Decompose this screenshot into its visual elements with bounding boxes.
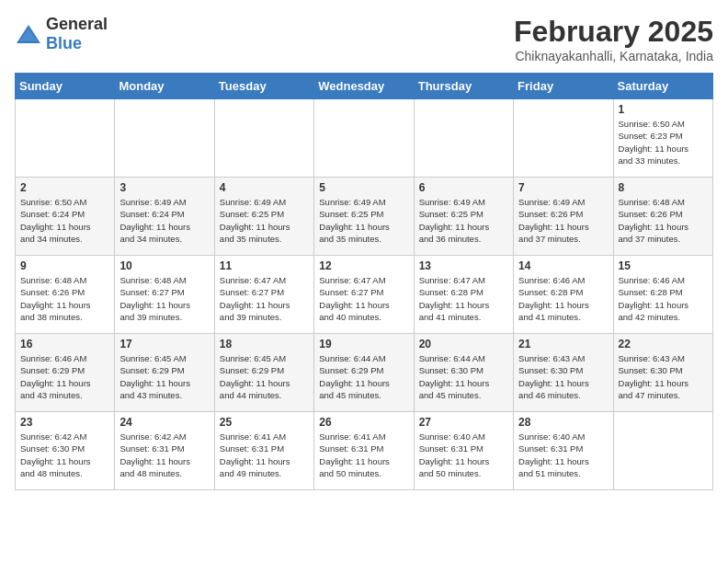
day-info: Sunrise: 6:45 AM Sunset: 6:29 PM Dayligh…	[119, 352, 209, 401]
calendar-cell: 7Sunrise: 6:49 AM Sunset: 6:26 PM Daylig…	[514, 178, 613, 256]
day-info: Sunrise: 6:42 AM Sunset: 6:30 PM Dayligh…	[20, 431, 109, 479]
calendar-cell: 10Sunrise: 6:48 AM Sunset: 6:27 PM Dayli…	[115, 256, 214, 334]
day-number: 23	[20, 416, 109, 429]
day-info: Sunrise: 6:47 AM Sunset: 6:27 PM Dayligh…	[220, 274, 309, 323]
day-number: 18	[220, 338, 309, 350]
day-info: Sunrise: 6:49 AM Sunset: 6:26 PM Dayligh…	[518, 196, 608, 245]
day-info: Sunrise: 6:50 AM Sunset: 6:23 PM Dayligh…	[619, 118, 708, 167]
calendar-cell: 14Sunrise: 6:46 AM Sunset: 6:28 PM Dayli…	[514, 256, 613, 334]
calendar-title: February 2025	[514, 15, 713, 49]
logo-general: General	[46, 15, 108, 33]
calendar-cell: 15Sunrise: 6:46 AM Sunset: 6:28 PM Dayli…	[613, 256, 712, 334]
day-number: 2	[20, 181, 109, 194]
logo-blue: Blue	[46, 34, 82, 52]
day-info: Sunrise: 6:41 AM Sunset: 6:31 PM Dayligh…	[319, 431, 408, 479]
day-info: Sunrise: 6:41 AM Sunset: 6:31 PM Dayligh…	[220, 431, 309, 479]
logo: General Blue	[15, 15, 108, 53]
day-number: 5	[319, 181, 408, 194]
day-number: 28	[518, 416, 608, 429]
calendar-cell: 4Sunrise: 6:49 AM Sunset: 6:25 PM Daylig…	[214, 178, 313, 256]
day-info: Sunrise: 6:40 AM Sunset: 6:31 PM Dayligh…	[518, 431, 608, 479]
day-number: 6	[419, 181, 508, 194]
day-number: 10	[119, 259, 209, 272]
week-row-2: 2Sunrise: 6:50 AM Sunset: 6:24 PM Daylig…	[16, 178, 713, 256]
calendar-cell: 8Sunrise: 6:48 AM Sunset: 6:26 PM Daylig…	[613, 178, 712, 256]
calendar-cell: 26Sunrise: 6:41 AM Sunset: 6:31 PM Dayli…	[314, 412, 414, 490]
calendar-cell: 19Sunrise: 6:44 AM Sunset: 6:29 PM Dayli…	[314, 334, 414, 412]
weekday-header-wednesday: Wednesday	[314, 74, 414, 99]
calendar-cell: 27Sunrise: 6:40 AM Sunset: 6:31 PM Dayli…	[414, 412, 513, 490]
day-info: Sunrise: 6:46 AM Sunset: 6:28 PM Dayligh…	[619, 274, 708, 323]
day-number: 19	[319, 338, 408, 350]
day-number: 15	[619, 259, 708, 272]
day-info: Sunrise: 6:48 AM Sunset: 6:27 PM Dayligh…	[119, 274, 209, 323]
calendar-cell: 12Sunrise: 6:47 AM Sunset: 6:27 PM Dayli…	[314, 256, 414, 334]
day-info: Sunrise: 6:49 AM Sunset: 6:24 PM Dayligh…	[119, 196, 209, 245]
day-info: Sunrise: 6:43 AM Sunset: 6:30 PM Dayligh…	[619, 352, 708, 401]
calendar-cell: 24Sunrise: 6:42 AM Sunset: 6:31 PM Dayli…	[115, 412, 214, 490]
calendar-cell: 25Sunrise: 6:41 AM Sunset: 6:31 PM Dayli…	[214, 412, 313, 490]
weekday-header-saturday: Saturday	[613, 74, 712, 99]
header: General Blue February 2025 Chiknayakanha…	[15, 15, 713, 63]
calendar-cell: 3Sunrise: 6:49 AM Sunset: 6:24 PM Daylig…	[115, 178, 214, 256]
weekday-header-friday: Friday	[514, 74, 613, 99]
calendar-cell	[16, 99, 115, 178]
day-info: Sunrise: 6:43 AM Sunset: 6:30 PM Dayligh…	[518, 352, 608, 401]
weekday-header-monday: Monday	[115, 74, 214, 99]
day-number: 26	[319, 416, 408, 429]
day-number: 11	[220, 259, 309, 272]
day-number: 13	[419, 259, 508, 272]
calendar-cell: 17Sunrise: 6:45 AM Sunset: 6:29 PM Dayli…	[115, 334, 214, 412]
calendar-cell	[214, 99, 313, 178]
title-block: February 2025 Chiknayakanhalli, Karnatak…	[514, 15, 713, 63]
calendar-cell: 2Sunrise: 6:50 AM Sunset: 6:24 PM Daylig…	[16, 178, 115, 256]
day-number: 12	[319, 259, 408, 272]
day-info: Sunrise: 6:50 AM Sunset: 6:24 PM Dayligh…	[20, 196, 109, 245]
weekday-header-thursday: Thursday	[414, 74, 513, 99]
calendar-cell: 16Sunrise: 6:46 AM Sunset: 6:29 PM Dayli…	[16, 334, 115, 412]
weekday-header-sunday: Sunday	[16, 74, 115, 99]
day-info: Sunrise: 6:40 AM Sunset: 6:31 PM Dayligh…	[419, 431, 508, 479]
day-info: Sunrise: 6:44 AM Sunset: 6:29 PM Dayligh…	[319, 352, 408, 401]
calendar-cell	[613, 412, 712, 490]
logo-icon	[15, 23, 42, 45]
calendar-cell: 1Sunrise: 6:50 AM Sunset: 6:23 PM Daylig…	[613, 99, 712, 178]
calendar-cell: 20Sunrise: 6:44 AM Sunset: 6:30 PM Dayli…	[414, 334, 513, 412]
day-number: 9	[20, 259, 109, 272]
weekday-header-tuesday: Tuesday	[214, 74, 313, 99]
day-number: 7	[518, 181, 608, 194]
calendar-cell: 5Sunrise: 6:49 AM Sunset: 6:25 PM Daylig…	[314, 178, 414, 256]
day-number: 20	[419, 338, 508, 350]
day-number: 21	[518, 338, 608, 350]
calendar-cell	[314, 99, 414, 178]
calendar-cell	[115, 99, 214, 178]
week-row-4: 16Sunrise: 6:46 AM Sunset: 6:29 PM Dayli…	[16, 334, 713, 412]
calendar-cell: 23Sunrise: 6:42 AM Sunset: 6:30 PM Dayli…	[16, 412, 115, 490]
day-number: 24	[119, 416, 209, 429]
day-number: 27	[419, 416, 508, 429]
day-number: 17	[119, 338, 209, 350]
day-info: Sunrise: 6:49 AM Sunset: 6:25 PM Dayligh…	[220, 196, 309, 245]
day-number: 3	[119, 181, 209, 194]
day-number: 8	[619, 181, 708, 194]
week-row-5: 23Sunrise: 6:42 AM Sunset: 6:30 PM Dayli…	[16, 412, 713, 490]
day-info: Sunrise: 6:48 AM Sunset: 6:26 PM Dayligh…	[20, 274, 109, 323]
calendar-cell: 6Sunrise: 6:49 AM Sunset: 6:25 PM Daylig…	[414, 178, 513, 256]
calendar-cell: 21Sunrise: 6:43 AM Sunset: 6:30 PM Dayli…	[514, 334, 613, 412]
day-number: 14	[518, 259, 608, 272]
day-info: Sunrise: 6:46 AM Sunset: 6:28 PM Dayligh…	[518, 274, 608, 323]
calendar-cell: 11Sunrise: 6:47 AM Sunset: 6:27 PM Dayli…	[214, 256, 313, 334]
calendar-subtitle: Chiknayakanhalli, Karnataka, India	[514, 49, 713, 63]
calendar-cell: 18Sunrise: 6:45 AM Sunset: 6:29 PM Dayli…	[214, 334, 313, 412]
week-row-1: 1Sunrise: 6:50 AM Sunset: 6:23 PM Daylig…	[16, 99, 713, 178]
calendar-table: SundayMondayTuesdayWednesdayThursdayFrid…	[15, 73, 713, 490]
day-info: Sunrise: 6:47 AM Sunset: 6:28 PM Dayligh…	[419, 274, 508, 323]
calendar-cell: 9Sunrise: 6:48 AM Sunset: 6:26 PM Daylig…	[16, 256, 115, 334]
day-number: 4	[220, 181, 309, 194]
day-info: Sunrise: 6:45 AM Sunset: 6:29 PM Dayligh…	[220, 352, 309, 401]
day-number: 16	[20, 338, 109, 350]
weekday-header-row: SundayMondayTuesdayWednesdayThursdayFrid…	[16, 74, 713, 99]
day-info: Sunrise: 6:46 AM Sunset: 6:29 PM Dayligh…	[20, 352, 109, 401]
calendar-cell: 13Sunrise: 6:47 AM Sunset: 6:28 PM Dayli…	[414, 256, 513, 334]
day-info: Sunrise: 6:47 AM Sunset: 6:27 PM Dayligh…	[319, 274, 408, 323]
